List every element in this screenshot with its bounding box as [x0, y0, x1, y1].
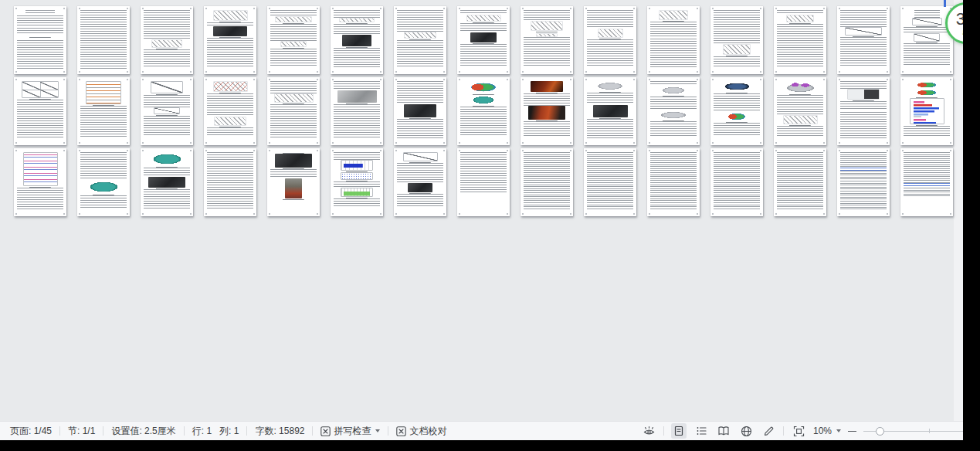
spell-check-label: 拼写检查 [334, 425, 371, 438]
figure-chart [912, 18, 942, 25]
page-thumbnail-11[interactable] [647, 6, 700, 74]
zoom-slider[interactable] [863, 422, 963, 441]
page-thumbnail-26[interactable] [647, 77, 700, 145]
eye-protection-button[interactable] [641, 423, 656, 439]
divider [246, 426, 247, 436]
figure-drawing [598, 29, 623, 38]
page-thumbnail-13[interactable] [774, 6, 826, 74]
zoom-level-dropdown[interactable]: 10% [813, 426, 841, 436]
page-thumbnail-38[interactable] [457, 148, 510, 216]
word-count[interactable]: 字数: 15892 [255, 425, 304, 438]
page-thumbnail-37[interactable] [394, 148, 446, 216]
text-block [270, 49, 317, 67]
figure-cad-purple [783, 81, 818, 93]
page-thumbnail-32[interactable] [77, 148, 130, 216]
page-thumbnail-43[interactable] [774, 148, 826, 216]
page-thumbnail-5[interactable] [267, 6, 320, 74]
divider [783, 426, 784, 436]
page-thumbnail-1[interactable] [14, 6, 66, 74]
page-thumbnail-10[interactable] [584, 6, 636, 74]
text-block [80, 106, 127, 138]
page-thumbnail-44[interactable] [837, 148, 890, 216]
globe-icon [741, 426, 752, 437]
outline-view-button[interactable] [693, 423, 709, 439]
text-block [207, 152, 253, 209]
text-block [144, 189, 190, 209]
web-view-button[interactable] [738, 423, 754, 439]
text-block [650, 97, 697, 110]
page-thumbnail-33[interactable] [141, 148, 193, 216]
page-thumbnail-39[interactable] [521, 148, 573, 216]
page-thumbnail-2[interactable] [77, 6, 130, 74]
text-block [144, 168, 190, 177]
page-thumbnail-19[interactable] [204, 77, 256, 145]
page-thumbnail-27[interactable] [710, 77, 763, 145]
zoom-out-button[interactable] [848, 427, 856, 436]
page-thumbnail-23[interactable] [457, 77, 510, 145]
page-thumbnail-22[interactable] [394, 77, 446, 145]
text-block [840, 112, 887, 138]
text-block [17, 28, 63, 34]
page-thumbnail-28[interactable] [774, 77, 826, 145]
page-thumbnail-25[interactable] [584, 77, 636, 145]
download-float-badge[interactable]: 37 ↓ 0 [945, 2, 963, 44]
text-block [904, 27, 950, 33]
vertical-scrollbar[interactable] [954, 0, 963, 421]
proofread-button[interactable]: 文档校对 [396, 425, 446, 438]
text-block [207, 93, 253, 117]
page-thumbnail-18[interactable] [141, 77, 193, 145]
page-thumbnail-21[interactable] [331, 77, 383, 145]
text-block [334, 48, 380, 67]
page-thumbnail-34[interactable] [204, 148, 256, 216]
figure-cad-grey [594, 81, 626, 91]
page-thumbnail-36[interactable] [331, 148, 383, 216]
zoom-slider-handle[interactable] [876, 427, 884, 436]
text-block [587, 93, 633, 103]
page-thumbnail-8[interactable] [457, 6, 510, 74]
page-thumbnail-14[interactable] [837, 6, 890, 74]
page-thumbnail-31[interactable] [14, 148, 66, 216]
figure-chart [154, 107, 181, 114]
figure-chart [845, 27, 882, 36]
page-thumbnail-30[interactable] [900, 77, 953, 145]
figure-photo-dark [408, 183, 432, 192]
page-thumbnail-42[interactable] [710, 148, 763, 216]
text-block [334, 10, 380, 18]
text-block [397, 40, 443, 67]
text-block [714, 56, 760, 67]
page-thumbnail-29[interactable] [837, 77, 890, 145]
text-block [587, 10, 633, 29]
figure-photo-dark [404, 104, 436, 117]
page-thumbnail-40[interactable] [584, 148, 636, 216]
text-block [714, 123, 760, 137]
page-thumbnail-3[interactable] [141, 6, 193, 74]
text-block [840, 81, 887, 89]
page-thumbnail-7[interactable] [394, 6, 446, 74]
spell-check-button[interactable]: 拼写检查 [320, 425, 380, 438]
divider [184, 426, 185, 436]
page-indicator[interactable]: 页面: 1/45 [10, 425, 52, 438]
document-canvas[interactable]: 37 ↓ 0 [0, 0, 963, 421]
page-thumbnail-24[interactable] [521, 77, 573, 145]
figure-photo-dark [148, 177, 185, 188]
page-thumbnail-16[interactable] [14, 77, 66, 145]
figure-chart-orange [86, 81, 122, 104]
fit-page-button[interactable] [791, 423, 806, 439]
page-thumbnail-12[interactable] [710, 6, 763, 74]
text-block [840, 37, 887, 67]
page-thumbnail-6[interactable] [331, 6, 383, 74]
page-thumbnail-20[interactable] [267, 77, 320, 145]
annotate-button[interactable] [761, 423, 776, 439]
text-block [777, 95, 823, 115]
page-thumbnail-4[interactable] [204, 6, 256, 74]
page-thumbnail-35[interactable] [267, 148, 320, 216]
page-view-button[interactable] [671, 423, 687, 439]
page-thumbnail-17[interactable] [77, 77, 130, 145]
text-block [17, 15, 63, 26]
text-block [650, 39, 697, 67]
page-thumbnail-9[interactable] [521, 6, 573, 74]
figure-drawing [274, 93, 314, 103]
page-thumbnail-41[interactable] [647, 148, 700, 216]
page-thumbnail-45[interactable] [900, 148, 953, 216]
read-view-button[interactable] [716, 423, 731, 439]
